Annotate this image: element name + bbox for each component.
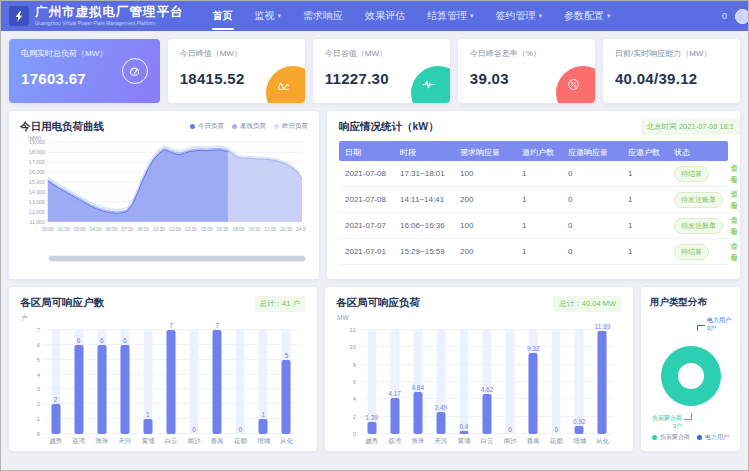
bar-fill xyxy=(598,331,607,434)
view-link[interactable]: 查看 xyxy=(730,242,738,262)
category-label: 天河 xyxy=(113,437,136,446)
legend-item-1[interactable]: 基线负荷 xyxy=(232,122,266,131)
app-logo-icon xyxy=(9,6,29,26)
view-link[interactable]: 查看 xyxy=(730,164,738,184)
bar-花都: 0 xyxy=(545,330,568,434)
nav-item-5[interactable]: 签约管理▾ xyxy=(485,1,554,31)
svg-text:12:00: 12:00 xyxy=(169,227,181,232)
bar-番禺: 9.32 xyxy=(522,330,545,434)
category-label: 白云 xyxy=(159,437,182,446)
bar-value-label: 2.49 xyxy=(429,404,452,411)
bar-海珠: 6 xyxy=(90,330,113,434)
bar-value-label: 0 xyxy=(229,426,252,433)
svg-text:15:00: 15:00 xyxy=(201,227,213,232)
bar-value-label: 4.84 xyxy=(406,384,429,391)
y-tick-label: 12 xyxy=(338,327,356,333)
kpi-card-3: 今日峰谷差率（%）39.03 xyxy=(458,39,595,103)
view-link[interactable]: 查看 xyxy=(730,190,738,210)
bar-value-label: 1.39 xyxy=(360,414,383,421)
legend-item-2[interactable]: 今日负荷 xyxy=(190,122,224,131)
app-title: 广州市虚拟电厂管理平台 xyxy=(35,6,184,19)
svg-text:00:00: 00:00 xyxy=(42,227,54,232)
nav-item-6[interactable]: 参数配置▾ xyxy=(553,1,622,31)
svg-text:07:30: 07:30 xyxy=(121,227,133,232)
callout-aggregator: 负荷聚合商 3户 xyxy=(652,415,682,430)
cell-period: 17:31~18:01 xyxy=(400,169,460,178)
bar-越秀: 2 xyxy=(44,330,67,434)
bar-fill xyxy=(120,345,129,434)
legend-item-0[interactable]: 昨日负荷 xyxy=(274,122,308,131)
svg-text:12,000: 12,000 xyxy=(29,209,45,215)
svg-text:04:30: 04:30 xyxy=(90,227,102,232)
callout-aggregator-name: 负荷聚合商 xyxy=(652,415,682,423)
kpi-card-0: 电网实时总负荷（MW）17603.67 xyxy=(9,39,160,103)
svg-text:19:30: 19:30 xyxy=(248,227,260,232)
district-users-categories: 越秀荔湾海珠天河黄埔白云南沙番禺花都增城从化 xyxy=(44,437,298,446)
y-tick-label: 4 xyxy=(22,372,40,378)
cell-period: 14:11~14:41 xyxy=(400,195,460,204)
bar-fill xyxy=(529,353,538,434)
svg-text:18,000: 18,000 xyxy=(29,149,45,155)
column-header-5: 应邀户数 xyxy=(628,147,674,158)
district-load-chart: 0246810121.394.174.842.490.44.6209.3200.… xyxy=(360,330,614,434)
bar-海珠: 4.84 xyxy=(406,330,429,434)
dashboard-content: 电网实时总负荷（MW）17603.67今日峰值（MW）18415.52今日谷值（… xyxy=(1,31,748,459)
category-label: 番禺 xyxy=(206,437,229,446)
table-row-3: 2021-07-0115:29~15:59200101待结算查看 xyxy=(339,239,728,265)
bar-fill xyxy=(51,404,60,434)
bar-白云: 4.62 xyxy=(475,330,498,434)
district-load-unit: MW xyxy=(337,314,349,321)
legend-dot-icon xyxy=(190,124,195,129)
callout-power-user-name: 电力用户 xyxy=(707,317,731,325)
user-type-donut xyxy=(661,346,721,406)
bar-增城: 1 xyxy=(252,330,275,434)
nav-item-3[interactable]: 效果评估 xyxy=(354,1,416,31)
cell-invited: 1 xyxy=(522,169,568,178)
response-table-body: 2021-07-0817:31~18:01100101待结算查看2021-07-… xyxy=(339,161,728,265)
category-label: 番禺 xyxy=(522,437,545,446)
user-avatar[interactable] xyxy=(735,9,749,24)
brand-block: 广州市虚拟电厂管理平台 Guangzhou Virtual Power Plan… xyxy=(35,6,184,26)
callout-power-user: 电力用户 0户 xyxy=(707,317,731,332)
user-type-legend-item-1[interactable]: 电力用户 xyxy=(697,433,729,442)
bar-南沙: 0 xyxy=(183,330,206,434)
bar-fill xyxy=(213,330,222,434)
y-tick-label: 4 xyxy=(338,396,356,402)
bar-白云: 7 xyxy=(159,330,182,434)
bar-fill xyxy=(97,345,106,434)
chart-zoom-slider[interactable] xyxy=(48,255,306,262)
nav-item-0[interactable]: 首页 xyxy=(202,1,244,31)
cell-accepted_amount: 0 xyxy=(568,247,628,256)
nav-item-4[interactable]: 结算管理▾ xyxy=(416,1,485,31)
app-subtitle: Guangzhou Virtual Power Plant Management… xyxy=(35,21,184,26)
svg-text:22:30: 22:30 xyxy=(280,227,292,232)
chart-zoom-handle[interactable] xyxy=(49,256,305,261)
kpi-label: 今日峰谷差率（%） xyxy=(470,48,583,59)
nav-item-1[interactable]: 监视▾ xyxy=(244,1,293,31)
bar-fill xyxy=(259,419,268,434)
bar-从化: 11.89 xyxy=(591,330,614,434)
view-link[interactable]: 查看 xyxy=(730,216,738,236)
bar-fill xyxy=(367,422,376,434)
kpi-card-4: 日前/实时响应能力（MW）40.04/39.12 xyxy=(603,39,740,103)
svg-text:14,000: 14,000 xyxy=(29,189,45,195)
category-label: 从化 xyxy=(275,437,298,446)
category-label: 南沙 xyxy=(499,437,522,446)
bar-fill xyxy=(167,330,176,434)
notification-count[interactable]: 0 xyxy=(722,11,727,21)
navbar-right: 0 xyxy=(722,9,740,24)
nav-item-2[interactable]: 需求响应 xyxy=(292,1,354,31)
cell-accepted_users: 1 xyxy=(628,169,674,178)
category-label: 花都 xyxy=(229,437,252,446)
callout-power-user-count: 0户 xyxy=(707,325,731,333)
user-type-legend-item-0[interactable]: 负荷聚合商 xyxy=(652,433,690,442)
bar-value-label: 2 xyxy=(44,396,67,403)
district-users-card: 各区局可响应户数 总计：41 户 户 0123456726661707015 越… xyxy=(9,287,317,451)
column-header-7: 操作 xyxy=(730,141,738,163)
district-load-categories: 越秀荔湾海珠天河黄埔白云南沙番禺花都增城从化 xyxy=(360,437,614,446)
bar-value-label: 1 xyxy=(136,411,159,418)
bar-越秀: 1.39 xyxy=(360,330,383,434)
kpi-value: 40.04/39.12 xyxy=(615,70,728,87)
bar-value-label: 7 xyxy=(159,322,182,329)
legend-dot-icon xyxy=(274,124,279,129)
